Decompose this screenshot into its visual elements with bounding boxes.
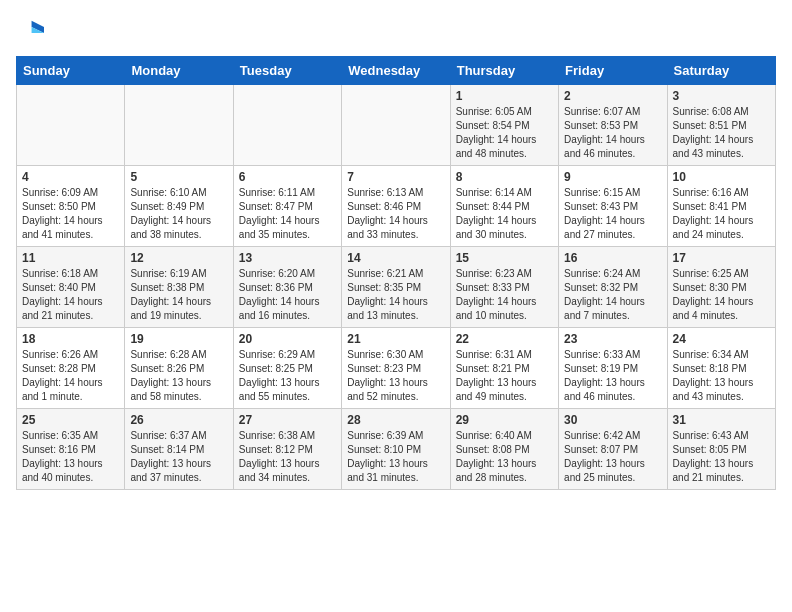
week-row-2: 4Sunrise: 6:09 AM Sunset: 8:50 PM Daylig… (17, 166, 776, 247)
calendar-cell: 8Sunrise: 6:14 AM Sunset: 8:44 PM Daylig… (450, 166, 558, 247)
day-info: Sunrise: 6:29 AM Sunset: 8:25 PM Dayligh… (239, 348, 336, 404)
day-info: Sunrise: 6:23 AM Sunset: 8:33 PM Dayligh… (456, 267, 553, 323)
logo-icon (16, 16, 44, 44)
calendar-cell: 14Sunrise: 6:21 AM Sunset: 8:35 PM Dayli… (342, 247, 450, 328)
calendar-cell: 3Sunrise: 6:08 AM Sunset: 8:51 PM Daylig… (667, 85, 775, 166)
day-info: Sunrise: 6:39 AM Sunset: 8:10 PM Dayligh… (347, 429, 444, 485)
day-info: Sunrise: 6:05 AM Sunset: 8:54 PM Dayligh… (456, 105, 553, 161)
calendar-cell: 18Sunrise: 6:26 AM Sunset: 8:28 PM Dayli… (17, 328, 125, 409)
calendar-cell (125, 85, 233, 166)
header-wednesday: Wednesday (342, 57, 450, 85)
day-number: 20 (239, 332, 336, 346)
day-number: 2 (564, 89, 661, 103)
header-saturday: Saturday (667, 57, 775, 85)
day-info: Sunrise: 6:11 AM Sunset: 8:47 PM Dayligh… (239, 186, 336, 242)
calendar-cell (233, 85, 341, 166)
day-info: Sunrise: 6:35 AM Sunset: 8:16 PM Dayligh… (22, 429, 119, 485)
calendar-cell: 26Sunrise: 6:37 AM Sunset: 8:14 PM Dayli… (125, 409, 233, 490)
day-number: 22 (456, 332, 553, 346)
day-info: Sunrise: 6:15 AM Sunset: 8:43 PM Dayligh… (564, 186, 661, 242)
calendar-cell: 1Sunrise: 6:05 AM Sunset: 8:54 PM Daylig… (450, 85, 558, 166)
calendar-cell: 19Sunrise: 6:28 AM Sunset: 8:26 PM Dayli… (125, 328, 233, 409)
calendar-cell: 24Sunrise: 6:34 AM Sunset: 8:18 PM Dayli… (667, 328, 775, 409)
week-row-5: 25Sunrise: 6:35 AM Sunset: 8:16 PM Dayli… (17, 409, 776, 490)
calendar-cell: 6Sunrise: 6:11 AM Sunset: 8:47 PM Daylig… (233, 166, 341, 247)
calendar-cell: 5Sunrise: 6:10 AM Sunset: 8:49 PM Daylig… (125, 166, 233, 247)
day-number: 19 (130, 332, 227, 346)
calendar-cell: 22Sunrise: 6:31 AM Sunset: 8:21 PM Dayli… (450, 328, 558, 409)
day-info: Sunrise: 6:40 AM Sunset: 8:08 PM Dayligh… (456, 429, 553, 485)
day-number: 30 (564, 413, 661, 427)
day-number: 26 (130, 413, 227, 427)
day-info: Sunrise: 6:13 AM Sunset: 8:46 PM Dayligh… (347, 186, 444, 242)
day-info: Sunrise: 6:28 AM Sunset: 8:26 PM Dayligh… (130, 348, 227, 404)
day-info: Sunrise: 6:14 AM Sunset: 8:44 PM Dayligh… (456, 186, 553, 242)
day-info: Sunrise: 6:42 AM Sunset: 8:07 PM Dayligh… (564, 429, 661, 485)
day-number: 21 (347, 332, 444, 346)
calendar-cell: 30Sunrise: 6:42 AM Sunset: 8:07 PM Dayli… (559, 409, 667, 490)
calendar-cell: 7Sunrise: 6:13 AM Sunset: 8:46 PM Daylig… (342, 166, 450, 247)
calendar-cell: 15Sunrise: 6:23 AM Sunset: 8:33 PM Dayli… (450, 247, 558, 328)
calendar-cell: 23Sunrise: 6:33 AM Sunset: 8:19 PM Dayli… (559, 328, 667, 409)
day-number: 4 (22, 170, 119, 184)
calendar-body: 1Sunrise: 6:05 AM Sunset: 8:54 PM Daylig… (17, 85, 776, 490)
day-info: Sunrise: 6:19 AM Sunset: 8:38 PM Dayligh… (130, 267, 227, 323)
day-number: 31 (673, 413, 770, 427)
day-info: Sunrise: 6:43 AM Sunset: 8:05 PM Dayligh… (673, 429, 770, 485)
day-info: Sunrise: 6:24 AM Sunset: 8:32 PM Dayligh… (564, 267, 661, 323)
page-header (16, 16, 776, 44)
header-sunday: Sunday (17, 57, 125, 85)
day-number: 29 (456, 413, 553, 427)
week-row-3: 11Sunrise: 6:18 AM Sunset: 8:40 PM Dayli… (17, 247, 776, 328)
calendar-cell: 4Sunrise: 6:09 AM Sunset: 8:50 PM Daylig… (17, 166, 125, 247)
day-info: Sunrise: 6:10 AM Sunset: 8:49 PM Dayligh… (130, 186, 227, 242)
header-row: SundayMondayTuesdayWednesdayThursdayFrid… (17, 57, 776, 85)
day-info: Sunrise: 6:37 AM Sunset: 8:14 PM Dayligh… (130, 429, 227, 485)
week-row-1: 1Sunrise: 6:05 AM Sunset: 8:54 PM Daylig… (17, 85, 776, 166)
header-monday: Monday (125, 57, 233, 85)
day-number: 9 (564, 170, 661, 184)
calendar-cell: 13Sunrise: 6:20 AM Sunset: 8:36 PM Dayli… (233, 247, 341, 328)
day-number: 14 (347, 251, 444, 265)
header-friday: Friday (559, 57, 667, 85)
calendar-cell: 29Sunrise: 6:40 AM Sunset: 8:08 PM Dayli… (450, 409, 558, 490)
week-row-4: 18Sunrise: 6:26 AM Sunset: 8:28 PM Dayli… (17, 328, 776, 409)
day-info: Sunrise: 6:25 AM Sunset: 8:30 PM Dayligh… (673, 267, 770, 323)
calendar-cell: 10Sunrise: 6:16 AM Sunset: 8:41 PM Dayli… (667, 166, 775, 247)
day-number: 8 (456, 170, 553, 184)
day-number: 16 (564, 251, 661, 265)
day-info: Sunrise: 6:34 AM Sunset: 8:18 PM Dayligh… (673, 348, 770, 404)
day-info: Sunrise: 6:21 AM Sunset: 8:35 PM Dayligh… (347, 267, 444, 323)
calendar-cell: 9Sunrise: 6:15 AM Sunset: 8:43 PM Daylig… (559, 166, 667, 247)
logo (16, 16, 48, 44)
day-number: 7 (347, 170, 444, 184)
calendar-cell (342, 85, 450, 166)
day-number: 13 (239, 251, 336, 265)
day-info: Sunrise: 6:31 AM Sunset: 8:21 PM Dayligh… (456, 348, 553, 404)
calendar-table: SundayMondayTuesdayWednesdayThursdayFrid… (16, 56, 776, 490)
calendar-cell (17, 85, 125, 166)
day-number: 5 (130, 170, 227, 184)
header-tuesday: Tuesday (233, 57, 341, 85)
day-info: Sunrise: 6:38 AM Sunset: 8:12 PM Dayligh… (239, 429, 336, 485)
day-info: Sunrise: 6:09 AM Sunset: 8:50 PM Dayligh… (22, 186, 119, 242)
day-info: Sunrise: 6:07 AM Sunset: 8:53 PM Dayligh… (564, 105, 661, 161)
calendar-cell: 27Sunrise: 6:38 AM Sunset: 8:12 PM Dayli… (233, 409, 341, 490)
day-number: 27 (239, 413, 336, 427)
day-number: 12 (130, 251, 227, 265)
day-number: 3 (673, 89, 770, 103)
day-number: 18 (22, 332, 119, 346)
calendar-cell: 28Sunrise: 6:39 AM Sunset: 8:10 PM Dayli… (342, 409, 450, 490)
day-info: Sunrise: 6:26 AM Sunset: 8:28 PM Dayligh… (22, 348, 119, 404)
day-info: Sunrise: 6:16 AM Sunset: 8:41 PM Dayligh… (673, 186, 770, 242)
day-info: Sunrise: 6:30 AM Sunset: 8:23 PM Dayligh… (347, 348, 444, 404)
day-number: 1 (456, 89, 553, 103)
header-thursday: Thursday (450, 57, 558, 85)
day-info: Sunrise: 6:33 AM Sunset: 8:19 PM Dayligh… (564, 348, 661, 404)
day-number: 28 (347, 413, 444, 427)
day-number: 11 (22, 251, 119, 265)
day-info: Sunrise: 6:08 AM Sunset: 8:51 PM Dayligh… (673, 105, 770, 161)
day-number: 23 (564, 332, 661, 346)
day-number: 6 (239, 170, 336, 184)
calendar-cell: 2Sunrise: 6:07 AM Sunset: 8:53 PM Daylig… (559, 85, 667, 166)
